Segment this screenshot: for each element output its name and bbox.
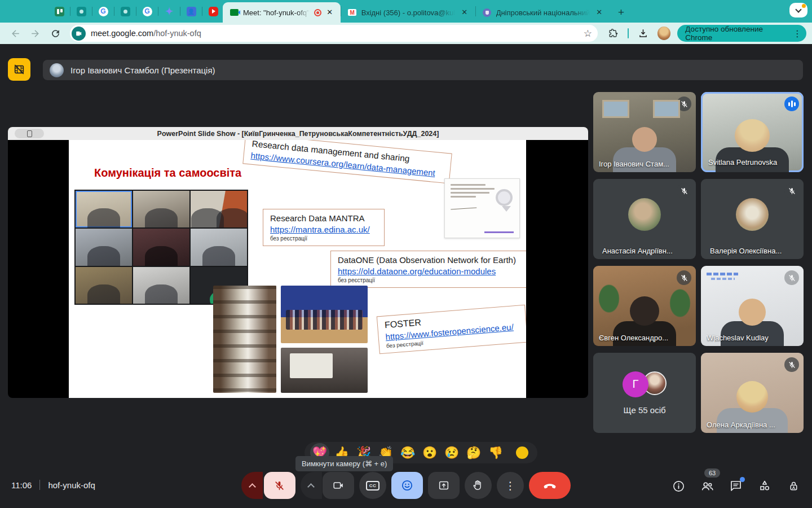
captions-button[interactable]: CC bbox=[359, 472, 386, 499]
participant-tile[interactable]: Валерія Олексіївна... bbox=[701, 179, 804, 259]
mic-off-badge bbox=[784, 270, 799, 285]
pinned-tab-app1[interactable] bbox=[72, 0, 91, 23]
bookmark-star-icon[interactable]: ☆ bbox=[584, 28, 592, 40]
participant-tile-speaking[interactable]: Svitlana Petrunovska bbox=[701, 92, 804, 172]
recording-indicator-icon bbox=[314, 9, 321, 16]
tab-university[interactable]: Дніпровський національний ✕ bbox=[476, 2, 610, 23]
gmail-favicon: M bbox=[348, 8, 357, 17]
dataone-box: DataONE (Data Observation Network for Ea… bbox=[330, 251, 526, 288]
activities-button[interactable] bbox=[757, 479, 772, 493]
host-controls-button[interactable] bbox=[786, 479, 801, 493]
pinned-tab-contacts[interactable]: 👤 bbox=[182, 0, 201, 23]
avatar-cluster: Г bbox=[623, 371, 667, 397]
stop-presentation-button[interactable] bbox=[8, 58, 30, 81]
overflow-tile[interactable]: Г Ще 55 осіб bbox=[593, 353, 696, 433]
participant-tile[interactable]: Wjacheslav Kudlay bbox=[701, 266, 804, 346]
reaction-laugh-button[interactable]: 😂 bbox=[398, 443, 417, 462]
divider bbox=[114, 7, 114, 16]
skin-tone-button[interactable] bbox=[516, 446, 528, 459]
tab-title: Дніпровський національний bbox=[496, 8, 590, 17]
mic-off-icon bbox=[680, 187, 689, 195]
camera-options-button[interactable] bbox=[301, 472, 322, 499]
chat-notification-dot bbox=[740, 477, 745, 482]
shared-screen: PowerPoint Slide Show - [КиївГринченка_П… bbox=[8, 127, 588, 398]
extensions-button[interactable] bbox=[606, 25, 621, 41]
presenter-banner: Ігор Іванович Стамбол (Презентація) bbox=[43, 60, 803, 80]
chevron-down-icon bbox=[795, 6, 801, 12]
divider bbox=[628, 28, 629, 38]
forward-button[interactable] bbox=[28, 25, 43, 41]
participant-avatar bbox=[736, 198, 769, 231]
tab-strip: G G ✦ 👤 Meet: "hof-ynuk-ofq" ✕ M Вхідні … bbox=[0, 0, 812, 23]
library-photo bbox=[213, 286, 276, 393]
reactions-toggle-button[interactable] bbox=[391, 472, 423, 499]
certificate-link bbox=[484, 231, 514, 233]
mic-muted-icon bbox=[273, 480, 285, 492]
close-tab-icon[interactable]: ✕ bbox=[594, 7, 604, 17]
tab-gmail[interactable]: M Вхідні (356) - o.politova@kub ✕ bbox=[341, 2, 475, 23]
browser-toolbar: meet.google.com/hof-ynuk-ofq ☆ Доступно … bbox=[0, 23, 812, 44]
chrome-menu-icon[interactable]: ⋮ bbox=[793, 28, 802, 39]
pinned-tab-google1[interactable]: G bbox=[94, 0, 113, 23]
mic-options-button[interactable] bbox=[241, 472, 263, 499]
participant-name: Wjacheslav Kudlay bbox=[707, 334, 799, 342]
url-bar[interactable]: meet.google.com/hof-ynuk-ofq ☆ bbox=[70, 25, 598, 42]
pinned-tab-gemini[interactable]: ✦ bbox=[160, 0, 179, 23]
close-tab-icon[interactable]: ✕ bbox=[325, 7, 335, 17]
participant-tile[interactable]: Анастасія Андріївн... bbox=[593, 179, 696, 259]
present-button[interactable] bbox=[428, 472, 460, 499]
trello-icon bbox=[55, 7, 64, 16]
reload-button[interactable] bbox=[48, 25, 63, 41]
participant-tile[interactable]: Євген Олександро... bbox=[593, 266, 696, 346]
pinned-tab-youtube[interactable] bbox=[204, 0, 223, 23]
camera-tooltip: Вимкнути камеру (⌘ + e) bbox=[295, 456, 393, 471]
meet-camera-icon bbox=[72, 27, 86, 41]
participant-name: Євген Олександро... bbox=[599, 334, 691, 342]
mantra-link: https://mantra.edina.ac.uk/ bbox=[270, 225, 377, 234]
mic-mute-button[interactable] bbox=[264, 472, 295, 499]
meeting-panels: 63 bbox=[671, 479, 801, 493]
participant-name: Олена Аркадіївна ... bbox=[707, 421, 799, 429]
reaction-thumbs-down-button[interactable]: 👎 bbox=[486, 443, 505, 462]
university-favicon bbox=[483, 8, 492, 17]
close-tab-icon[interactable]: ✕ bbox=[460, 7, 470, 17]
reaction-surprise-button[interactable]: 😮 bbox=[420, 443, 439, 462]
mic-off-badge bbox=[784, 183, 799, 198]
pinned-tab-app2[interactable] bbox=[116, 0, 135, 23]
mantra-note: без реєстрації bbox=[270, 235, 377, 242]
microphone-control bbox=[241, 472, 295, 499]
profile-avatar[interactable] bbox=[657, 27, 670, 40]
participant-tile[interactable]: Олена Аркадіївна ... bbox=[701, 353, 804, 433]
dataone-note: без реєстрації bbox=[338, 277, 519, 283]
back-button[interactable] bbox=[8, 25, 23, 41]
more-participants-label: Ще 55 осіб bbox=[623, 405, 665, 415]
new-tab-button[interactable]: + bbox=[614, 5, 629, 20]
presenter-avatar bbox=[50, 63, 64, 77]
raise-hand-button[interactable] bbox=[465, 472, 492, 499]
contacts-icon: 👤 bbox=[187, 7, 196, 16]
pinned-tab-trello[interactable] bbox=[50, 0, 69, 23]
slide-video-cell bbox=[133, 191, 189, 227]
reaction-thinking-button[interactable]: 🤔 bbox=[464, 443, 483, 462]
participant-tile[interactable]: Ігор Іванович Стам... bbox=[593, 92, 696, 172]
reaction-cry-button[interactable]: 😢 bbox=[442, 443, 461, 462]
participants-button[interactable]: 63 bbox=[700, 479, 714, 493]
url-text: meet.google.com/hof-ynuk-ofq bbox=[91, 29, 584, 38]
url-host: meet.google.com bbox=[91, 29, 153, 38]
tab-search-button[interactable] bbox=[789, 3, 807, 17]
tab-meet[interactable]: Meet: "hof-ynuk-ofq" ✕ bbox=[223, 2, 341, 23]
present-icon bbox=[438, 479, 450, 492]
dataone-link: https://old.dataone.org/education-module… bbox=[338, 266, 519, 276]
camera-toggle-button[interactable] bbox=[323, 472, 354, 499]
puzzle-icon bbox=[608, 28, 619, 39]
gemini-sparkle-icon: ✦ bbox=[165, 7, 174, 16]
pinned-tab-google2[interactable]: G bbox=[138, 0, 157, 23]
slide-video-cell bbox=[191, 229, 247, 265]
chat-button[interactable] bbox=[729, 479, 743, 493]
more-options-button[interactable]: ⋮ bbox=[497, 472, 524, 499]
chrome-update-label: Доступно обновление Chrome bbox=[685, 25, 788, 42]
meeting-details-button[interactable] bbox=[671, 479, 686, 493]
end-call-button[interactable] bbox=[529, 472, 571, 499]
downloads-button[interactable] bbox=[636, 25, 651, 41]
chrome-update-button[interactable]: Доступно обновление Chrome ⋮ bbox=[677, 25, 806, 42]
